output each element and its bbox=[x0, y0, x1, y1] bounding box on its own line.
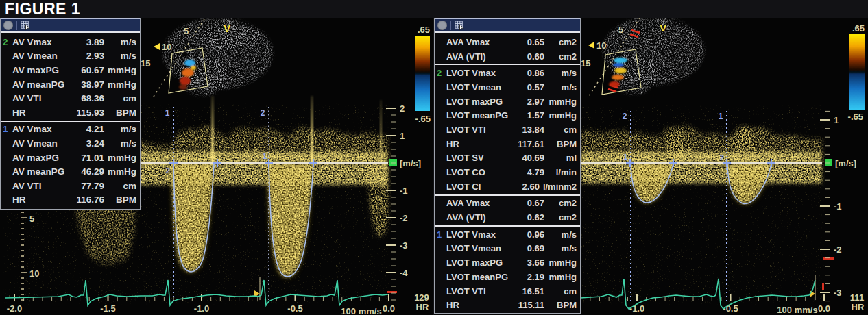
measurement-row: HR115.93BPM bbox=[3, 105, 136, 120]
measurement-value: 115.11 bbox=[518, 300, 544, 310]
trace-number-label: 2 bbox=[166, 166, 170, 175]
trace-number-label: 2 bbox=[720, 153, 724, 162]
measurement-row: LVOT maxPG2.97mmHg bbox=[437, 94, 577, 109]
measurement-label: LVOT maxPG bbox=[446, 97, 527, 107]
measurement-unit: mmHg bbox=[108, 65, 136, 75]
measurement-panel-right: AVA Vmax0.65cm2AVA (VTI)0.60cm22LVOT Vma… bbox=[434, 18, 581, 314]
measurement-value: 46.29 bbox=[81, 166, 104, 177]
measurement-label: AVA Vmax bbox=[446, 198, 527, 208]
depth-ruler-label: 5 bbox=[29, 214, 34, 224]
x-axis-tick-label: 0.0 bbox=[383, 303, 395, 314]
measurement-group-separator bbox=[435, 225, 580, 227]
measurement-table-icon[interactable] bbox=[455, 21, 465, 31]
y-axis-tick-label: -3 bbox=[400, 240, 408, 251]
cycle-marker-label: 1 bbox=[165, 108, 170, 118]
focus-arrow-icon bbox=[154, 43, 160, 50]
orientation-marker: V bbox=[224, 23, 230, 34]
hr-label: HR bbox=[416, 302, 429, 312]
measurement-label: AV VTI bbox=[12, 93, 81, 103]
measurement-group-separator bbox=[1, 121, 140, 122]
measurement-unit: m/s bbox=[108, 37, 136, 47]
measurement-unit: cm bbox=[548, 125, 577, 135]
measurement-unit: mmHg bbox=[548, 110, 577, 121]
measurement-row: AV Vmean2.93m/s bbox=[3, 49, 136, 64]
measurement-unit: mmHg bbox=[108, 79, 136, 90]
measurement-row: AV maxPG71.01mmHg bbox=[3, 151, 136, 165]
color-bar-max: .65 bbox=[852, 23, 865, 34]
measurement-unit: m/s bbox=[548, 229, 577, 240]
measurement-unit: l/min bbox=[548, 167, 577, 177]
measurement-value: 38.97 bbox=[81, 79, 104, 90]
y-axis-tick-label: -2 bbox=[400, 213, 408, 223]
cycle-marker-label: 2 bbox=[623, 112, 627, 121]
measurement-value: 0.86 bbox=[527, 68, 544, 78]
measurement-row: AV maxPG60.67mmHg bbox=[3, 63, 136, 77]
measurement-value: 3.66 bbox=[527, 257, 544, 268]
measurement-set-number: 2 bbox=[437, 68, 446, 78]
measurement-label: LVOT VTI bbox=[446, 125, 522, 135]
measurement-row: HR117.61BPM bbox=[437, 137, 577, 151]
hr-value: 111 bbox=[850, 292, 864, 303]
measurement-value: 0.67 bbox=[527, 198, 544, 208]
measurement-value: 4.21 bbox=[86, 124, 104, 134]
y-axis-tick-label: 1 bbox=[400, 131, 405, 141]
measurement-row: 2AV Vmax3.89m/s bbox=[3, 35, 136, 49]
measurement-row: AVA (VTI)0.60cm2 bbox=[437, 49, 577, 64]
measurement-label: AV meanPG bbox=[12, 166, 81, 177]
measurement-label: HR bbox=[446, 300, 518, 310]
cycle-marker-label: 1 bbox=[719, 112, 723, 121]
measurement-value: 3.89 bbox=[86, 37, 104, 47]
measurement-value: 0.62 bbox=[527, 212, 544, 223]
y-axis-tick-label: 1 bbox=[834, 115, 839, 125]
measurement-value: 115.93 bbox=[76, 108, 104, 118]
trace-number-label: 1 bbox=[623, 153, 627, 161]
measurement-panel-header bbox=[1, 18, 140, 33]
valve-click-streak bbox=[380, 100, 382, 163]
measurement-row: LVOT SV40.69ml bbox=[437, 151, 577, 166]
measurement-unit: cm2 bbox=[548, 212, 577, 223]
y-axis-tick-label: -3 bbox=[834, 288, 842, 298]
measurement-row: AVA Vmax0.65cm2 bbox=[437, 35, 577, 49]
measurement-label: AVA Vmax bbox=[446, 37, 527, 47]
measurement-table-icon[interactable] bbox=[21, 21, 31, 31]
2d-image-inset-left: 5 10 15 V bbox=[141, 18, 273, 99]
measurement-label: LVOT Vmean bbox=[446, 82, 527, 92]
measurement-row: AV VTI77.79cm bbox=[3, 179, 136, 193]
depth-ruler-label: 10 bbox=[29, 268, 39, 279]
measurement-row: LVOT VTI16.51cm bbox=[437, 284, 577, 299]
measurement-unit: m/s bbox=[548, 68, 577, 78]
measurement-row: HR116.76BPM bbox=[3, 193, 136, 207]
measurement-label: HR bbox=[12, 108, 76, 118]
x-axis-tick-label: -0.5 bbox=[723, 303, 738, 314]
echo-screen-right: 5 10 15 V .65 bbox=[434, 18, 868, 315]
y-axis-tick-label: -2 bbox=[834, 244, 842, 255]
measurement-unit: cm bbox=[108, 181, 136, 191]
status-circle-icon bbox=[437, 21, 447, 30]
measurement-unit: l/minm2 bbox=[543, 181, 577, 192]
2d-image-inset-right: 5 10 15 V bbox=[581, 18, 704, 96]
measurement-group-separator bbox=[435, 64, 580, 65]
echo-screen-left: 5 10 15 V .65 -.65 bbox=[0, 18, 433, 315]
systolic-flutter bbox=[732, 127, 756, 163]
spectral-band-below bbox=[581, 163, 822, 184]
measurement-value: 16.51 bbox=[522, 286, 544, 297]
color-bar-max: .65 bbox=[418, 25, 430, 35]
hr-label: HR bbox=[852, 302, 865, 312]
measurement-row: LVOT maxPG3.66mmHg bbox=[437, 255, 577, 270]
spectral-area-right bbox=[581, 107, 822, 303]
measurement-unit: mmHg bbox=[108, 153, 136, 163]
measurement-value: 60.67 bbox=[81, 65, 104, 75]
measurement-unit: mmHg bbox=[548, 257, 577, 268]
measurement-label: AVA (VTI) bbox=[446, 51, 527, 62]
measurement-label: AV VTI bbox=[12, 181, 81, 191]
measurement-row: AV Vmean3.24m/s bbox=[3, 136, 136, 151]
measurement-unit: m/s bbox=[108, 138, 136, 149]
header-divider bbox=[16, 21, 17, 30]
color-bar-min: -.65 bbox=[848, 112, 863, 122]
measurement-label: AV Vmax bbox=[12, 37, 86, 47]
measurement-value: 71.01 bbox=[81, 153, 104, 163]
measurement-label: AV Vmean bbox=[12, 138, 86, 149]
measurement-row: LVOT Vmean0.69m/s bbox=[437, 242, 577, 256]
measurement-unit: cm2 bbox=[548, 37, 577, 47]
measurement-row: AV VTI68.36cm bbox=[3, 91, 136, 105]
